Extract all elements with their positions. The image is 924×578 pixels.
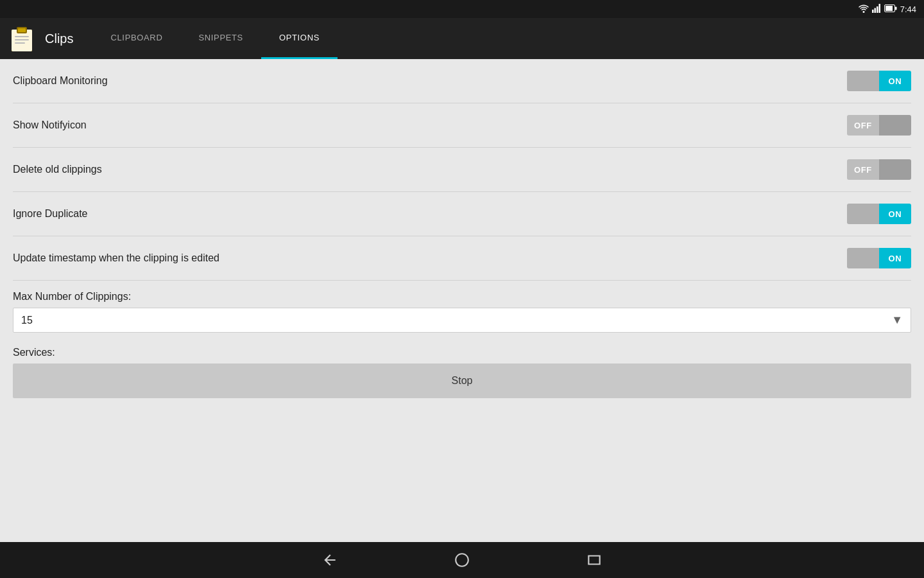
status-time: 7:44 [900, 4, 916, 14]
ignore-duplicate-toggle[interactable]: ON [847, 204, 911, 224]
app-logo [8, 24, 36, 53]
show-notifyicon-toggle[interactable]: OFF [847, 115, 911, 136]
tab-clipboard[interactable]: CLIPBOARD [92, 18, 180, 59]
svg-rect-6 [886, 6, 893, 11]
svg-rect-1 [872, 10, 874, 13]
services-label: Services: [0, 340, 924, 363]
svg-rect-7 [895, 6, 897, 10]
setting-row-clipboard-monitoring: Clipboard Monitoring ON [13, 59, 911, 103]
toggle-on-section: ON [879, 71, 911, 91]
svg-rect-13 [15, 39, 29, 40]
setting-row-delete-old-clippings: Delete old clippings OFF [13, 148, 911, 192]
clipboard-monitoring-label: Clipboard Monitoring [13, 75, 108, 87]
max-clippings-dropdown[interactable]: 15 ▼ [13, 308, 911, 333]
svg-point-0 [862, 11, 864, 13]
setting-row-show-notifyicon: Show Notifyicon OFF [13, 103, 911, 148]
toggle-off-section: OFF [847, 159, 879, 180]
toggle-off-section [847, 248, 879, 268]
toggle-on-label: ON [889, 209, 902, 219]
nav-bar [0, 542, 924, 578]
app-title: Clips [45, 31, 73, 46]
tab-snippets[interactable]: SNIPPETS [180, 18, 261, 59]
content-area: Clipboard Monitoring ON Show Notifyicon … [0, 59, 924, 542]
svg-rect-3 [877, 6, 878, 13]
status-icons: 7:44 [859, 4, 916, 15]
back-button[interactable] [321, 552, 338, 568]
toolbar: Clips CLIPBOARD SNIPPETS OPTIONS [0, 18, 924, 59]
toggle-on-label: ON [889, 254, 902, 263]
svg-rect-4 [878, 4, 880, 13]
home-button[interactable] [454, 552, 470, 568]
toggle-off-label: OFF [854, 165, 872, 175]
setting-row-update-timestamp: Update timestamp when the clipping is ed… [13, 236, 911, 281]
tab-options[interactable]: OPTIONS [261, 18, 338, 59]
max-clippings-value: 15 [21, 315, 891, 326]
update-timestamp-label: Update timestamp when the clipping is ed… [13, 252, 219, 264]
recent-apps-button[interactable] [586, 552, 603, 568]
toggle-off-section [847, 71, 879, 91]
update-timestamp-toggle[interactable]: ON [847, 248, 911, 268]
signal-icon [872, 4, 881, 15]
toggle-on-section [879, 159, 911, 180]
clipboard-monitoring-toggle[interactable]: ON [847, 71, 911, 91]
svg-rect-2 [874, 8, 876, 13]
svg-rect-12 [15, 36, 29, 37]
wifi-icon [859, 4, 869, 15]
svg-rect-14 [15, 42, 25, 44]
settings-list: Clipboard Monitoring ON Show Notifyicon … [0, 59, 924, 281]
toggle-on-section [879, 115, 911, 136]
show-notifyicon-label: Show Notifyicon [13, 119, 87, 131]
setting-row-ignore-duplicate: Ignore Duplicate ON [13, 192, 911, 236]
toggle-on-section: ON [879, 248, 911, 268]
toggle-off-label: OFF [854, 121, 872, 130]
toggle-off-section: OFF [847, 115, 879, 136]
status-bar: 7:44 [0, 0, 924, 18]
toggle-off-section [847, 204, 879, 224]
battery-icon [884, 4, 897, 14]
svg-rect-11 [18, 28, 26, 32]
ignore-duplicate-label: Ignore Duplicate [13, 208, 88, 220]
toggle-on-label: ON [889, 76, 902, 86]
delete-old-clippings-toggle[interactable]: OFF [847, 159, 911, 180]
tabs: CLIPBOARD SNIPPETS OPTIONS [92, 18, 338, 59]
max-clippings-section-label: Max Number of Clippings: [0, 281, 924, 308]
toggle-on-section: ON [879, 204, 911, 224]
dropdown-arrow-icon: ▼ [891, 313, 903, 327]
stop-button[interactable]: Stop [13, 363, 911, 398]
delete-old-clippings-label: Delete old clippings [13, 164, 102, 175]
